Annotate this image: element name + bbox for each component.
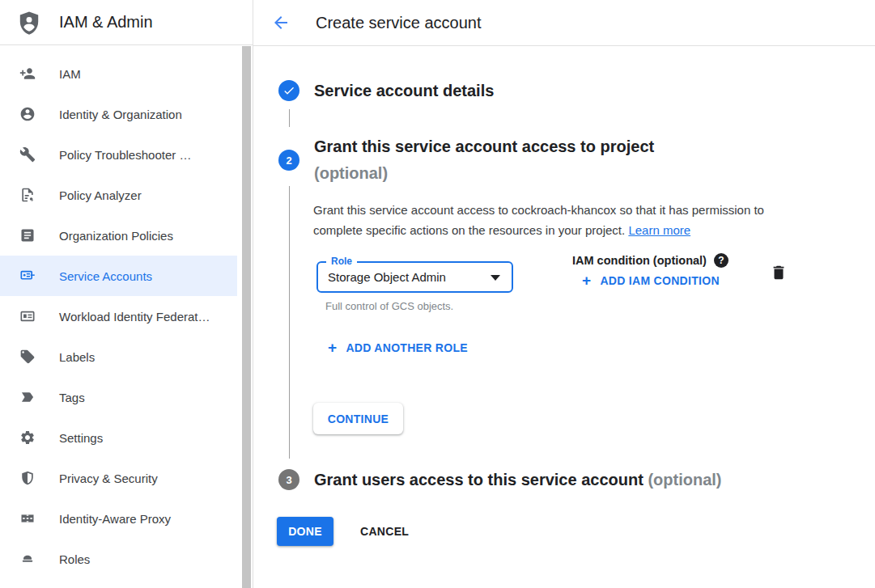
sidebar-item-privacy-security[interactable]: Privacy & Security <box>0 458 237 498</box>
sidebar-item-workload-identity-federat[interactable]: Workload Identity Federat… <box>0 296 237 336</box>
role-select[interactable]: Role Storage Object Admin <box>316 261 513 293</box>
step2-number: 2 <box>286 154 291 167</box>
shield-icon <box>19 470 36 486</box>
main-panel: Create service account Service account d… <box>253 0 875 588</box>
id-card-icon <box>19 308 36 324</box>
sidebar-item-label: Identity-Aware Proxy <box>59 512 171 526</box>
trash-icon <box>770 264 788 281</box>
sidebar-item-tags[interactable]: Tags <box>0 377 237 417</box>
step2-title: Grant this service account access to pro… <box>314 133 654 187</box>
arrow-back-icon <box>271 13 291 32</box>
cancel-button[interactable]: CANCEL <box>347 517 422 546</box>
sidebar-item-label: Organization Policies <box>59 229 173 243</box>
step2-optional-label: (optional) <box>314 160 654 187</box>
sidebar-item-label: Tags <box>59 391 85 404</box>
step3-title-text: Grant users access to this service accou… <box>314 471 644 489</box>
step-connector-line <box>289 186 290 459</box>
back-button[interactable] <box>271 13 291 32</box>
sidebar-item-service-accounts[interactable]: Service Accounts <box>0 256 237 296</box>
sidebar: IAM & Admin IAM Identity & Organization … <box>0 0 253 588</box>
policy-analyzer-icon <box>19 187 36 203</box>
person-add-icon <box>19 66 36 82</box>
sidebar-item-label: Identity & Organization <box>59 108 182 121</box>
document-icon <box>19 227 36 243</box>
sidebar-item-label: Settings <box>59 431 103 445</box>
continue-button[interactable]: CONTINUE <box>313 403 403 434</box>
sidebar-item-labels[interactable]: Labels <box>0 336 237 377</box>
step3-optional-label: (optional) <box>648 471 721 489</box>
sidebar-item-organization-policies[interactable]: Organization Policies <box>0 215 237 256</box>
delete-role-button[interactable] <box>769 264 788 283</box>
done-button[interactable]: DONE <box>277 517 333 546</box>
step3-indicator: 3 <box>278 469 299 490</box>
sidebar-item-label: Workload Identity Federat… <box>59 310 210 324</box>
sidebar-nav: IAM Identity & Organization Policy Troub… <box>0 45 253 579</box>
learn-more-link[interactable]: Learn more <box>628 223 690 237</box>
main-header: Create service account <box>253 0 875 46</box>
sidebar-item-label: Policy Analyzer <box>59 188 142 202</box>
step3-number: 3 <box>286 474 291 486</box>
wrench-icon <box>19 146 36 163</box>
iam-condition-label: IAM condition (optional) <box>572 254 707 267</box>
app-root: IAM & Admin IAM Identity & Organization … <box>0 0 875 588</box>
step3-title: Grant users access to this service accou… <box>314 469 722 490</box>
sidebar-item-settings[interactable]: Settings <box>0 417 237 458</box>
gear-icon <box>19 429 36 446</box>
sidebar-item-label: Service Accounts <box>59 269 152 283</box>
label-icon <box>19 349 36 365</box>
add-another-role-button[interactable]: + ADD ANOTHER ROLE <box>328 341 468 355</box>
sidebar-item-label: IAM <box>59 67 81 81</box>
form-actions: DONE CANCEL <box>277 517 422 546</box>
proxy-icon <box>19 510 36 527</box>
account-circle-icon <box>19 106 36 122</box>
iam-condition-header: IAM condition (optional) ? <box>572 253 728 268</box>
product-title: IAM & Admin <box>59 13 153 32</box>
sidebar-item-label: Roles <box>59 552 90 566</box>
plus-icon: + <box>582 273 591 288</box>
tag-icon <box>19 389 36 405</box>
help-icon[interactable]: ? <box>714 253 728 268</box>
step-connector-line <box>289 109 290 127</box>
sidebar-item-identity-aware-proxy[interactable]: Identity-Aware Proxy <box>0 498 237 539</box>
sidebar-item-roles[interactable]: Roles <box>0 539 237 579</box>
step2-description: Grant this service account access to coc… <box>313 200 786 240</box>
add-iam-condition-label: ADD IAM CONDITION <box>600 274 719 287</box>
step2-title-text: Grant this service account access to pro… <box>314 133 654 160</box>
add-another-role-label: ADD ANOTHER ROLE <box>346 341 468 354</box>
step2-description-text: Grant this service account access to coc… <box>313 203 764 237</box>
dropdown-caret-icon <box>491 275 500 281</box>
page-title: Create service account <box>316 14 482 32</box>
sidebar-item-iam[interactable]: IAM <box>0 53 237 94</box>
role-selected-value: Storage Object Admin <box>328 263 446 291</box>
step2-indicator: 2 <box>278 150 299 171</box>
sidebar-item-label: Privacy & Security <box>59 472 158 485</box>
sidebar-item-label: Labels <box>59 350 95 364</box>
step1-completed-indicator <box>278 80 299 101</box>
sidebar-item-policy-analyzer[interactable]: Policy Analyzer <box>0 175 237 215</box>
sidebar-header: IAM & Admin <box>0 0 253 45</box>
create-service-account-form: Service account details 2 Grant this ser… <box>253 46 875 588</box>
add-iam-condition-button[interactable]: + ADD IAM CONDITION <box>582 273 720 288</box>
check-icon <box>282 84 295 97</box>
sidebar-item-policy-troubleshooter[interactable]: Policy Troubleshooter … <box>0 134 237 175</box>
sidebar-scrollbar-thumb[interactable] <box>242 46 251 588</box>
sidebar-item-label: Policy Troubleshooter … <box>59 148 191 162</box>
roles-hat-icon <box>19 551 36 567</box>
sidebar-item-identity-organization[interactable]: Identity & Organization <box>0 94 237 134</box>
plus-icon: + <box>328 341 337 355</box>
role-helper-text: Full control of GCS objects. <box>325 300 453 312</box>
step1-title: Service account details <box>314 80 494 101</box>
service-account-icon <box>19 268 36 284</box>
iam-admin-shield-icon <box>16 10 42 36</box>
